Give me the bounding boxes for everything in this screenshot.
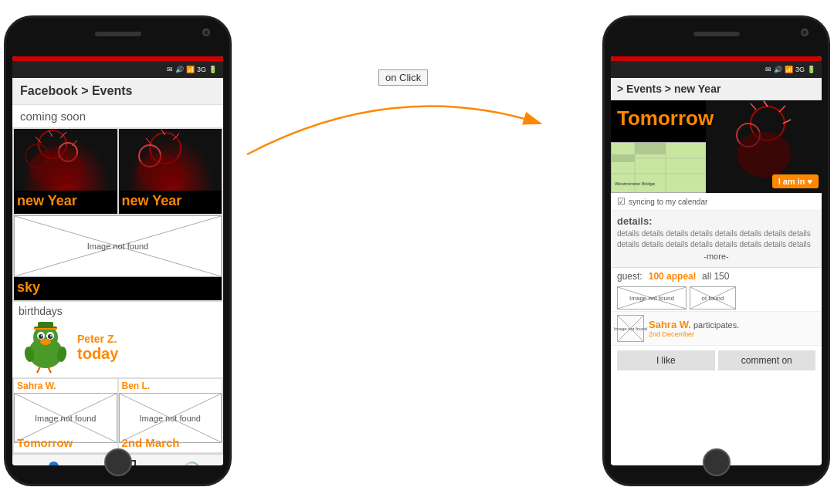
firework-svg-2 <box>119 129 222 191</box>
svg-point-20 <box>39 334 43 339</box>
participates-text: participates. <box>693 320 739 330</box>
action-row: I like comment on <box>611 345 822 375</box>
guest-appeal: 100 appeal <box>649 271 696 282</box>
bottom-card-ben[interactable]: Ben L. Image not found 2nd March <box>119 379 222 452</box>
svg-rect-26 <box>38 322 53 328</box>
sync-text: syncing to my calendar <box>629 198 707 206</box>
participant-avatar: Image not found <box>617 315 644 342</box>
sky-not-found-text: Image not found <box>87 242 149 251</box>
details-label: details: <box>617 215 653 227</box>
sky-label: sky <box>17 279 40 296</box>
fireworks-bg-2 <box>119 129 222 191</box>
svg-rect-27 <box>34 328 57 330</box>
av2-not-found-text: ot found <box>702 295 724 302</box>
right-breadcrumb: > Events > new Year <box>611 78 822 100</box>
fireworks-bg-1 <box>14 129 117 191</box>
event-grid: new Year new Year <box>12 127 223 215</box>
ben-not-found-text: Image not found <box>139 414 201 423</box>
bird-avatar <box>19 320 73 374</box>
heart-icon: ♥ <box>807 177 812 186</box>
birthday-info: Peter Z. today <box>77 333 217 363</box>
participant-row: Image not found Sahra W. participates. 2… <box>611 311 822 345</box>
svg-rect-42 <box>612 154 635 162</box>
event-card-1[interactable]: new Year <box>14 129 117 214</box>
svg-point-22 <box>41 335 42 337</box>
svg-line-13 <box>146 138 151 144</box>
svg-point-21 <box>48 334 53 339</box>
details-content: details: details details details details… <box>617 215 815 250</box>
bottom-grid: Sahra W. Image not found Tomorrow Ben L. <box>12 377 223 454</box>
sync-row: ☑ syncing to my calendar <box>611 193 822 211</box>
ben-label: 2nd March <box>122 436 180 449</box>
svg-point-3 <box>29 148 83 187</box>
event-label-2: new Year <box>122 193 182 209</box>
avatars-row: Image not found ot found <box>611 285 822 311</box>
participant-name: Sahra W. <box>649 319 691 330</box>
guest-label: guest: <box>617 271 642 282</box>
iam-in-text: I am in <box>778 177 805 186</box>
event-label-1: new Year <box>17 193 77 209</box>
details-text: details details details details details … <box>617 228 815 250</box>
svg-point-48 <box>737 131 791 178</box>
av1-not-found-text: Image not found <box>629 295 674 302</box>
on-click-label: on Click <box>378 69 428 86</box>
right-status-bar: ✉🔊📶3G🔋 <box>611 61 822 78</box>
on-click-text: on Click <box>385 72 421 83</box>
right-phone: ✉🔊📶3G🔋 > Events > new Year Tomorrow West… <box>602 15 830 486</box>
details-section: details: details details details details… <box>611 211 822 268</box>
map-area: Westminster Bridge <box>611 142 712 193</box>
sky-card[interactable]: Image not found sky <box>14 215 222 300</box>
participant-not-found-text: Image not found <box>614 326 647 331</box>
right-screen: ✉🔊📶3G🔋 > Events > new Year Tomorrow West… <box>611 56 822 465</box>
my-events-icon: 👤 <box>44 461 63 465</box>
bird-svg <box>19 320 73 374</box>
event-card-2[interactable]: new Year <box>119 129 222 214</box>
birthdays-title: birthdays <box>19 305 217 317</box>
participant-info: Sahra W. participates. 2nd December <box>649 319 739 338</box>
participant-date: 2nd December <box>649 330 739 338</box>
sky-card-row: Image not found sky <box>12 215 223 302</box>
birthday-day: today <box>77 345 217 363</box>
iam-in-button[interactable]: I am in ♥ <box>772 174 819 188</box>
birthday-row: Peter Z. today <box>19 320 217 374</box>
coming-soon-label: coming soon <box>12 105 223 127</box>
past-icon: 🕐 <box>182 461 202 465</box>
sky-img-placeholder: Image not found <box>14 215 222 277</box>
firework-svg-1 <box>14 129 117 191</box>
status-bar: ✉🔊📶3G🔋 <box>12 61 223 78</box>
svg-point-23 <box>50 335 52 337</box>
tomorrow-label: Tomorrow <box>617 107 714 130</box>
comment-button[interactable]: comment on <box>718 350 816 370</box>
map-svg: Westminster Bridge <box>612 143 711 192</box>
more-link[interactable]: -more- <box>617 250 815 262</box>
like-button[interactable]: I like <box>617 350 715 370</box>
svg-line-30 <box>37 367 40 373</box>
breadcrumb: Facebook > Events <box>12 78 223 105</box>
guest-all: all 150 <box>702 271 729 282</box>
ben-name: Ben L. <box>119 379 222 393</box>
svg-point-24 <box>40 339 51 345</box>
avatar-not-found-2: ot found <box>690 286 736 310</box>
svg-line-4 <box>49 130 53 137</box>
bottom-card-sahra[interactable]: Sahra W. Image not found Tomorrow <box>14 379 117 452</box>
svg-point-10 <box>137 154 186 188</box>
right-event-header: Tomorrow Westminster Bridge <box>611 100 822 193</box>
nav-past[interactable]: 🕐 past <box>182 461 202 465</box>
left-screen: ✉🔊📶3G🔋 Facebook > Events coming soon <box>12 56 223 465</box>
birthdays-section: birthdays <box>12 302 223 377</box>
sahra-name: Sahra W. <box>14 379 117 393</box>
left-phone: ✉🔊📶3G🔋 Facebook > Events coming soon <box>4 15 232 486</box>
svg-rect-43 <box>635 143 666 154</box>
svg-text:Westminster Bridge: Westminster Bridge <box>615 181 656 186</box>
guest-row: guest: 100 appeal all 150 <box>611 268 822 285</box>
sahra-not-found-text: Image not found <box>35 414 97 423</box>
nav-my-events[interactable]: 👤 my Events <box>34 461 73 465</box>
birthday-name: Peter Z. <box>77 333 217 345</box>
sahra-label: Tomorrow <box>17 436 73 449</box>
participant-not-found: Image not found <box>617 315 644 342</box>
checkbox-icon[interactable]: ☑ <box>617 196 626 207</box>
avatar-not-found-1: Image not found <box>617 286 687 310</box>
